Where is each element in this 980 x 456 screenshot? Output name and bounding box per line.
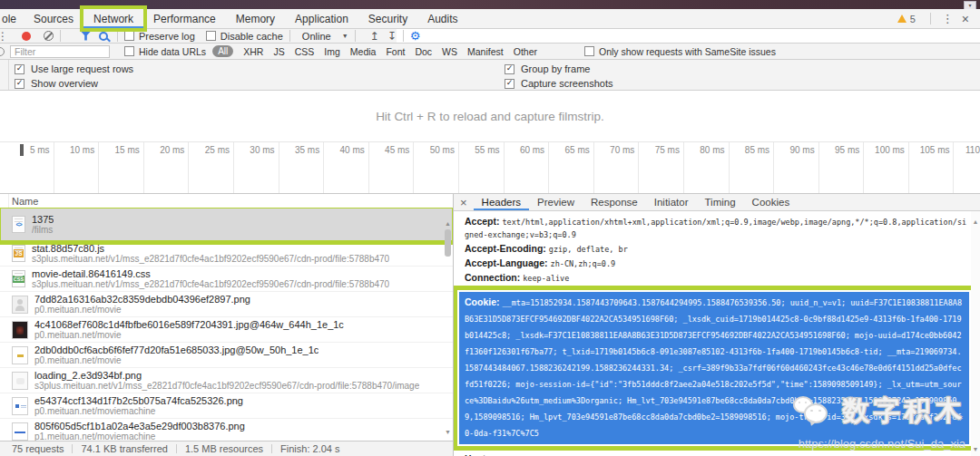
table-row[interactable]: 4c41068ef7608c1d4fbfbe6016e589f7204391.j…	[0, 317, 453, 343]
table-row[interactable]: loading_2.e3d934bf.png s3plus.meituan.ne…	[0, 368, 453, 393]
tab-preview[interactable]: Preview	[529, 194, 583, 210]
filter-type-xhr[interactable]: XHR	[243, 46, 263, 57]
transferred-size: 74.1 KB transferred	[81, 443, 167, 454]
group-by-frame-checkbox[interactable]	[505, 64, 514, 74]
filter-type-ws[interactable]: WS	[442, 46, 457, 57]
export-har-icon[interactable]	[387, 30, 397, 43]
capture-screenshots-label: Capture screenshots	[521, 78, 613, 89]
ruler-tick: 50 ms	[414, 142, 459, 193]
table-row[interactable]: 2db0ddb0cf6acb6f6fef77d20fa51e685033.jpg…	[0, 343, 453, 368]
preserve-log-checkbox[interactable]	[124, 31, 134, 41]
ruler-tick: 25 ms	[189, 142, 234, 193]
tab-network[interactable]: Network	[83, 9, 143, 28]
hide-data-urls-checkbox[interactable]	[124, 46, 134, 56]
capture-screenshots-checkbox[interactable]	[505, 79, 514, 89]
filter-type-doc[interactable]: Doc	[415, 46, 432, 57]
request-url: p0.meituan.net/moviemachine	[34, 406, 243, 416]
filter-type-all[interactable]: All	[212, 45, 233, 57]
divider	[403, 30, 404, 42]
more-menu-icon[interactable]	[937, 12, 958, 25]
scroll-up-icon[interactable]	[444, 220, 452, 227]
filter-funnel-icon-partial[interactable]	[0, 47, 5, 56]
filter-type-img[interactable]: Img	[324, 46, 340, 57]
tab-response[interactable]: Response	[583, 194, 646, 210]
request-name: e54374ccf134d1f7b2c5b075a74fca525326.png	[34, 395, 243, 406]
request-list-panel: Name 1375 /films stat.88d57c80.js s3plus…	[0, 194, 454, 456]
document-file-icon	[12, 216, 25, 233]
filter-type-js[interactable]: JS	[273, 46, 284, 57]
ruler-tick: 35 ms	[279, 142, 325, 193]
image-thumbnail	[12, 346, 28, 364]
filmstrip-hint: Hit Ctrl + R to reload and capture films…	[376, 110, 604, 123]
samesite-label: Only show requests with SameSite issues	[599, 46, 776, 57]
table-row[interactable]: 805f605d5cf1b1a02a4e3a5e29df003b8376.png…	[0, 419, 453, 441]
request-url: s3plus.meituan.net/v1/mss_e2821d7f0cfe4a…	[32, 254, 389, 264]
warning-icon[interactable]	[897, 15, 906, 23]
network-main: Name 1375 /films stat.88d57c80.js s3plus…	[0, 194, 980, 456]
table-row[interactable]: e54374ccf134d1f7b2c5b075a74fca525326.png…	[0, 393, 453, 419]
request-name: loading_2.e3d934bf.png	[34, 370, 419, 381]
close-details-icon[interactable]	[454, 194, 474, 210]
name-column-header[interactable]: Name	[0, 194, 453, 209]
browser-window-strip	[0, 0, 980, 9]
request-count: 75 requests	[12, 443, 64, 454]
image-thumbnail	[12, 422, 28, 441]
filter-icon[interactable]	[81, 32, 91, 41]
filter-type-other[interactable]: Other	[514, 46, 537, 57]
throttling-select[interactable]: Online	[302, 31, 331, 42]
header-line: Accept-Languagezh-CN,zh;q=0.9	[465, 257, 969, 270]
divider	[355, 30, 356, 42]
timeline-overview[interactable]: 5 ms10 ms15 ms20 ms25 ms30 ms35 ms40 ms4…	[0, 141, 980, 194]
request-name: 4c41068ef7608c1d4fbfbe6016e589f7204391.j…	[34, 319, 344, 330]
image-thumbnail	[12, 397, 28, 415]
search-icon[interactable]	[99, 32, 108, 41]
filter-type-media[interactable]: Media	[350, 46, 377, 57]
disable-cache-checkbox[interactable]	[206, 31, 216, 41]
network-toolbar: Preserve log Disable cache Online	[0, 29, 980, 44]
details-scrollbar[interactable]	[971, 211, 980, 456]
clear-icon[interactable]	[44, 31, 54, 41]
divider	[60, 30, 61, 42]
scroll-down-icon[interactable]	[444, 429, 452, 435]
ruler-tick: 95 ms	[819, 142, 865, 193]
tab-security[interactable]: Security	[358, 9, 417, 28]
samesite-checkbox[interactable]	[584, 46, 594, 56]
scroll-down-icon[interactable]	[971, 446, 980, 452]
list-scrollbar[interactable]	[444, 208, 452, 441]
show-overview-checkbox[interactable]	[15, 79, 24, 89]
table-row[interactable]: movie-detail.86416149.css s3plus.meituan…	[0, 267, 453, 292]
table-row[interactable]: stat.88d57c80.js s3plus.meituan.net/v1/m…	[0, 241, 453, 267]
tab-cookies[interactable]: Cookies	[744, 194, 799, 210]
network-options: Use large request rows Show overview Gro…	[0, 60, 980, 91]
filter-type-font[interactable]: Font	[386, 46, 405, 57]
tab-headers[interactable]: Headers	[474, 194, 529, 210]
import-har-icon[interactable]	[370, 30, 379, 43]
header-line: Accepttext/html,application/xhtml+xml,ap…	[465, 215, 969, 241]
settings-gear-icon[interactable]	[410, 29, 421, 43]
resources-size: 1.5 MB resources	[185, 443, 263, 454]
tab-memory[interactable]: Memory	[226, 9, 285, 28]
filter-input[interactable]	[10, 45, 110, 58]
tab-timing[interactable]: Timing	[696, 194, 743, 210]
request-rows: 1375 /films stat.88d57c80.js s3plus.meit…	[0, 208, 453, 441]
ruler-tick: 20 ms	[144, 142, 190, 193]
ruler-tick: 105 ms	[909, 142, 955, 193]
tab-performance[interactable]: Performance	[143, 9, 226, 28]
filter-type-manifest[interactable]: Manifest	[467, 46, 504, 57]
tab-audits[interactable]: Audits	[417, 9, 467, 28]
scrollbar-thumb[interactable]	[445, 229, 451, 257]
dock-menu-icon-partial[interactable]	[0, 30, 8, 43]
tab-initiator[interactable]: Initiator	[646, 194, 697, 210]
close-devtools-icon[interactable]	[958, 12, 973, 26]
table-row-selected[interactable]: 1375 /films	[0, 208, 453, 241]
tab-console-partial[interactable]: ole	[0, 9, 24, 28]
tab-application[interactable]: Application	[285, 9, 358, 28]
table-row[interactable]: 7dd82a16316ab32c8359debdb04396ef2897.png…	[0, 292, 453, 317]
preserve-log-label: Preserve log	[139, 31, 195, 42]
chevron-down-icon[interactable]	[342, 33, 348, 39]
filter-type-css[interactable]: CSS	[295, 46, 315, 57]
record-button[interactable]	[22, 32, 31, 41]
use-large-rows-checkbox[interactable]	[15, 64, 24, 74]
scroll-up-icon[interactable]	[971, 218, 980, 225]
tab-sources[interactable]: Sources	[24, 9, 83, 28]
